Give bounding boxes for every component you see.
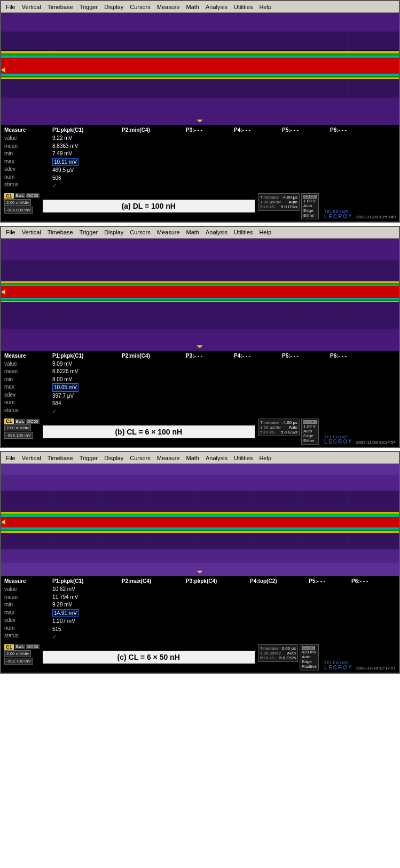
brand-block-a: TELEDYNE LECROY [324,210,353,219]
menu-trigger-b[interactable]: Trigger [77,228,100,236]
brand-teledyne-a: TELEDYNE [324,210,353,214]
p1-min-c: 9.28 mV [52,601,72,609]
trig-slope-a: Either [303,213,315,218]
p1-min-a: 7.49 mV [52,150,72,157]
svg-rect-48 [1,283,399,285]
measure-section-c: Measure value mean min max sdev num stat… [1,576,399,643]
menu-utilities-c[interactable]: Utilities [231,454,255,462]
caption-b: (b) CL = 6 × 100 nH [43,425,255,438]
p2-header-b: P2:min(C4) [122,353,186,359]
menu-analysis-a[interactable]: Analysis [203,3,230,11]
mean-label-a: mean [4,143,23,150]
svg-rect-17 [1,51,399,53]
p6-col-c: P6:- - - [351,578,394,641]
svg-rect-53 [1,301,399,302]
p1-max-a: 10.11 mV [52,158,79,167]
p2-header-c: P2:max(C4) [122,578,186,584]
menu-help-a[interactable]: Help [256,3,274,11]
svg-rect-18 [1,53,399,56]
menu-cursors-b[interactable]: Cursors [127,228,153,236]
menu-file-b[interactable]: File [3,228,18,236]
timestamp-a: 2023-11-20 13:59:49 [356,215,396,219]
dc50-badge-a: DC50 [26,193,39,198]
menu-help-c[interactable]: Help [256,454,274,462]
menu-vertical-b[interactable]: Vertical [19,228,44,236]
menu-display-b[interactable]: Display [101,228,126,236]
p1-value-b: 9.09 mV [52,360,72,368]
menu-utilities-b[interactable]: Utilities [231,228,255,236]
p5-col-c: P5:- - - [309,578,351,641]
ch1-block-c: C1 BwL DC50 2.00 mV/div -992.700 mV [4,644,40,665]
menu-analysis-c[interactable]: Analysis [203,454,230,462]
p3-header-a: P3:- - - [186,127,234,133]
timebase-box-c: Timebase 0.00 μs 1.00 μs/div Auto 50.0 k… [258,644,298,662]
menu-measure-b[interactable]: Measure [154,228,183,236]
status-label-a: status [4,181,23,188]
p4-col-a: P4:- - - [234,127,282,190]
menu-math-b[interactable]: Math [184,228,202,236]
menu-timebase-a[interactable]: Timebase [45,3,76,11]
brand-block-c: TELEDYNE LECROY [324,661,353,670]
menu-display-c[interactable]: Display [101,454,126,462]
svg-rect-47 [1,281,399,283]
menu-vertical-a[interactable]: Vertical [19,3,44,11]
menu-measure-c[interactable]: Measure [154,454,183,462]
svg-rect-51 [1,298,399,299]
menu-cursors-a[interactable]: Cursors [127,3,153,11]
ch1-block-a: C1 BwL DC50 2.00 mV/div -996.000 mV [4,193,40,214]
waveform-screen-a [1,13,399,125]
menu-math-a[interactable]: Math [184,3,202,11]
p2-col-a: P2:min(C4) [122,127,186,190]
svg-rect-76 [1,512,399,514]
p1-value-c: 10.62 mV [52,586,75,593]
menu-timebase-b[interactable]: Timebase [45,228,76,236]
menu-vertical-c[interactable]: Vertical [19,454,44,462]
p4-col-b: P4:- - - [234,353,282,415]
timebase-trigger-c: Timebase 0.00 μs 1.00 μs/div Auto 50.0 k… [258,644,319,670]
svg-rect-46 [1,239,399,260]
p6-header-a: P6:- - - [330,127,378,133]
measure-header-a: Measure [4,127,52,133]
sdev-label-a: sdev [4,165,23,173]
svg-rect-19 [1,56,399,58]
menu-timebase-c[interactable]: Timebase [45,454,76,462]
menu-file-a[interactable]: File [3,3,18,11]
menu-cursors-c[interactable]: Cursors [127,454,153,462]
p1-status-a: ✓ [52,182,57,190]
waveform-svg-a [1,13,399,125]
svg-rect-21 [1,74,399,76]
panel-a: File Vertical Timebase Trigger Display C… [0,0,400,223]
tb-auto-a: Auto [289,200,297,204]
menu-measure-a[interactable]: Measure [154,3,183,11]
p1-col-b: P1:pkpk(C1) 9.09 mV 8.8226 mV 8.00 mV 10… [52,353,122,415]
caption-a: (a) DL = 100 nH [43,200,255,212]
menu-utilities-a[interactable]: Utilities [231,3,255,11]
panel-b: File Vertical Timebase Trigger Display C… [0,226,400,448]
trig-type-a: Edge [303,208,313,213]
offset-c: -992.700 mV [4,658,33,665]
brand-block-b: TELEDYNE LECROY [324,435,353,445]
svg-rect-23 [1,77,399,79]
ch1-tag-b: C1 [4,419,14,424]
p1-status-c: ✓ [52,633,57,641]
menu-trigger-c[interactable]: Trigger [77,454,100,462]
p6-header-c: P6:- - - [351,578,394,584]
waveform-svg-c [1,464,399,576]
p3-col-c: P3:pkpk(C4) [186,578,250,641]
bwl-badge-b: BwL [15,419,26,424]
waveform-screen-c [1,464,399,576]
p1-mean-c: 11.794 mV [52,594,78,601]
svg-rect-50 [1,286,399,298]
menu-analysis-b[interactable]: Analysis [203,228,230,236]
timebase-trigger-a: Timebase -4.00 μs 1.00 μs/div Auto 50.0 … [258,193,319,219]
bwl-badge-c: BwL [15,644,26,649]
p1-sdev-c: 1.207 mV [52,618,75,625]
menu-math-c[interactable]: Math [184,454,202,462]
svg-rect-79 [1,517,399,527]
menu-help-b[interactable]: Help [256,228,274,236]
timestamp-b: 2023-11-20 13:34:54 [356,440,396,445]
menu-trigger-a[interactable]: Trigger [77,3,100,11]
menu-file-c[interactable]: File [3,454,18,462]
menu-display-a[interactable]: Display [101,3,126,11]
p3-header-c: P3:pkpk(C4) [186,578,250,584]
